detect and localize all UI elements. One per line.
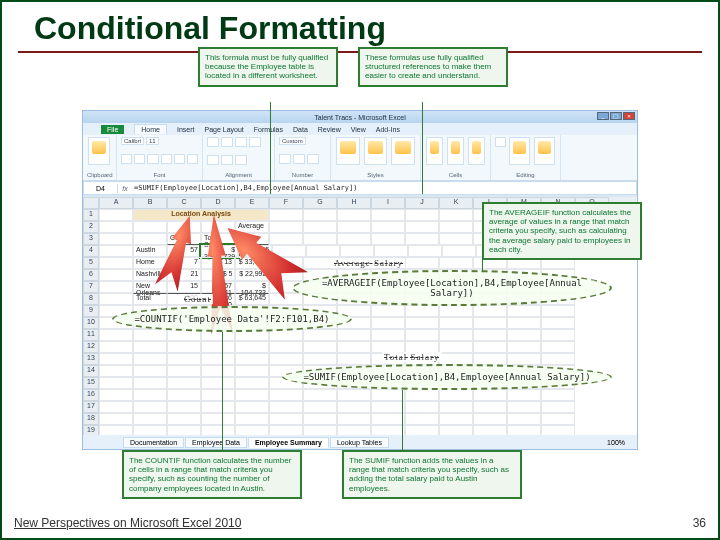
number-format[interactable]: Custom	[279, 137, 306, 145]
row-1[interactable]: 1	[83, 209, 99, 221]
comma-button[interactable]	[307, 154, 319, 164]
hdr-average: Average	[235, 221, 269, 233]
window-controls: _ ▢ ×	[597, 112, 635, 120]
underline-button[interactable]	[147, 154, 158, 164]
sheet-tab-lookup-tables[interactable]: Lookup Tables	[330, 437, 389, 448]
wrap-text-button[interactable]	[249, 137, 261, 147]
oval-averageif-formula: =AVERAGEIF(Employee[Location],B4,Employe…	[292, 270, 612, 306]
group-number: Number	[279, 172, 326, 178]
row-2[interactable]: 2	[83, 221, 99, 233]
bold-button[interactable]	[121, 154, 132, 164]
group-alignment: Alignment	[207, 172, 270, 178]
tab-data[interactable]: Data	[293, 126, 308, 133]
col-F[interactable]: F	[269, 197, 303, 209]
slide-title: Conditional Formatting	[2, 2, 718, 47]
select-all-corner[interactable]	[83, 197, 99, 209]
slide-frame: Conditional Formatting This formula must…	[0, 0, 720, 540]
format-as-table-button[interactable]	[364, 137, 388, 165]
sheet-tab-employee-data[interactable]: Employee Data	[185, 437, 247, 448]
avg-3[interactable]: $ 104,733	[235, 281, 269, 293]
tab-page-layout[interactable]: Page Layout	[204, 126, 243, 133]
formula-value[interactable]: =SUMIF(Employee[Location],B4,Employee[An…	[132, 184, 636, 192]
minimize-button[interactable]: _	[597, 112, 609, 120]
merge-button[interactable]	[235, 155, 247, 165]
tab-home[interactable]: Home	[134, 124, 167, 134]
col-K[interactable]: K	[439, 197, 473, 209]
row-7[interactable]: 7	[83, 281, 99, 293]
paste-button[interactable]	[88, 137, 110, 165]
find-select-button[interactable]	[534, 137, 555, 165]
col-D[interactable]: D	[201, 197, 235, 209]
connector-avg	[482, 258, 483, 272]
currency-button[interactable]	[279, 154, 291, 164]
close-button[interactable]: ×	[623, 112, 635, 120]
label-average-salary: Average Salary	[332, 258, 405, 268]
align-right-button[interactable]	[235, 137, 247, 147]
oval-sumif-formula: =SUMIF(Employee[Location],B4,Employee[An…	[282, 364, 612, 390]
tab-review[interactable]: Review	[318, 126, 341, 133]
col-J[interactable]: J	[405, 197, 439, 209]
sheet-tab-documentation[interactable]: Documentation	[123, 437, 184, 448]
conditional-formatting-button[interactable]	[336, 137, 360, 165]
group-editing: Editing	[495, 172, 556, 178]
fill-color-button[interactable]	[174, 154, 185, 164]
oval-countif-formula: =COUNTIF('Employee Data'!F2:F101,B4)	[112, 306, 352, 332]
avg-4[interactable]: $ 63,645	[235, 293, 269, 305]
indent-inc-button[interactable]	[221, 155, 233, 165]
group-clipboard: Clipboard	[87, 172, 112, 178]
italic-button[interactable]	[134, 154, 145, 164]
tab-formulas[interactable]: Formulas	[254, 126, 283, 133]
name-box[interactable]: D4	[84, 184, 118, 193]
slide-footer: New Perspectives on Microsoft Excel 2010…	[14, 516, 706, 530]
col-E[interactable]: E	[235, 197, 269, 209]
fx-icon[interactable]: fx	[118, 185, 132, 192]
col-I[interactable]: I	[371, 197, 405, 209]
align-left-button[interactable]	[207, 137, 219, 147]
sort-filter-button[interactable]	[509, 137, 530, 165]
row-5[interactable]: 5	[83, 257, 99, 269]
row-4[interactable]: 4	[83, 245, 99, 257]
loc-1[interactable]: Home	[133, 257, 167, 269]
align-center-button[interactable]	[221, 137, 233, 147]
percent-button[interactable]	[293, 154, 305, 164]
decorative-rule-top: This formula must be fully qualified bec…	[18, 51, 702, 53]
loc-4[interactable]: Total	[133, 293, 167, 305]
tab-addins[interactable]: Add-Ins	[376, 126, 400, 133]
format-cells-button[interactable]	[468, 137, 485, 165]
col-C[interactable]: C	[167, 197, 201, 209]
loc-3[interactable]: New Orleans	[133, 281, 167, 293]
group-cells: Cells	[425, 172, 486, 178]
indent-dec-button[interactable]	[207, 155, 219, 165]
col-H[interactable]: H	[337, 197, 371, 209]
excel-window-title: Talent Tracs - Microsoft Excel	[314, 114, 405, 121]
zoom-level[interactable]: 100%	[601, 438, 631, 447]
tab-view[interactable]: View	[351, 126, 366, 133]
delete-cells-button[interactable]	[447, 137, 464, 165]
insert-cells-button[interactable]	[426, 137, 443, 165]
border-button[interactable]	[161, 154, 172, 164]
group-font: Font	[121, 172, 198, 178]
row-3[interactable]: 3	[83, 233, 99, 245]
label-count: Count	[182, 294, 213, 304]
row-8[interactable]: 8	[83, 293, 99, 305]
font-size[interactable]: 11	[146, 137, 159, 145]
col-B[interactable]: B	[133, 197, 167, 209]
callout-sumif: The SUMIF function adds the values in a …	[342, 450, 522, 499]
table-title: Location Analysis	[133, 209, 269, 221]
callout-averageif: The AVERAGEIF function calculates the av…	[482, 202, 642, 260]
tab-file[interactable]: File	[101, 125, 124, 134]
cell-styles-button[interactable]	[391, 137, 415, 165]
content-area: Talent Tracs - Microsoft Excel _ ▢ × Fil…	[82, 62, 638, 478]
col-G[interactable]: G	[303, 197, 337, 209]
font-name[interactable]: Calibri	[121, 137, 144, 145]
loc-0[interactable]: Austin	[133, 245, 167, 257]
maximize-button[interactable]: ▢	[610, 112, 622, 120]
autosum-button[interactable]	[495, 137, 506, 147]
sheet-tab-employee-summary[interactable]: Employee Summary	[248, 437, 329, 448]
tab-insert[interactable]: Insert	[177, 126, 195, 133]
count-3[interactable]: 15	[167, 281, 201, 293]
col-A[interactable]: A	[99, 197, 133, 209]
font-color-button[interactable]	[187, 154, 198, 164]
row-6[interactable]: 6	[83, 269, 99, 281]
ribbon: Clipboard Calibri11 Font Alignment Custo…	[83, 135, 637, 181]
